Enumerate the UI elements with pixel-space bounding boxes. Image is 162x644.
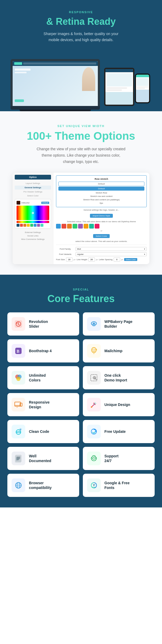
mockup-content: Row stretch Default Default Stretch Row … — [53, 173, 149, 264]
demo-import-label: One clickDemo Import — [104, 373, 127, 382]
svg-point-9 — [93, 350, 93, 350]
mailchimp-label: Mailchimp — [104, 348, 122, 353]
demo-import-icon — [87, 371, 101, 385]
feature-wpbakery: WPBakery PageBuilder — [83, 312, 155, 336]
hero-section: RESPONSIVE & Retina Ready Sharper images… — [0, 0, 162, 111]
theme-section: SET UNIQUE VIEW WIDTH 100+ Theme Options… — [0, 111, 162, 275]
theme-sub-label: SET UNIQUE VIEW WIDTH — [8, 124, 154, 128]
wpbakery-label: WPBakery PageBuilder — [104, 319, 133, 329]
bootstrap-icon: B — [12, 344, 25, 358]
mockup-logo: Optico — [15, 175, 51, 180]
theme-title: 100+ Theme Options — [8, 130, 154, 142]
features-sub-label: SPECIAL — [7, 288, 155, 291]
responsive-label: ResponsiveDesign — [29, 400, 50, 409]
features-title-part2: Features — [73, 293, 114, 304]
responsive-icon — [12, 398, 25, 411]
feature-demo-import: One clickDemo Import — [83, 366, 155, 389]
feature-revolution-slider: RevolutionSlider — [7, 312, 79, 336]
theme-title-part2: Options — [93, 130, 135, 142]
tablet-mockup — [104, 68, 134, 106]
svg-line-23 — [18, 431, 19, 433]
unlimited-colors-icon — [12, 371, 25, 385]
wpbakery-icon — [87, 317, 101, 331]
clean-code-icon — [12, 425, 25, 438]
feature-google-fonts: T f Google & FreeFonts — [83, 474, 155, 497]
phone-mockup — [135, 74, 150, 103]
svg-text:f: f — [94, 484, 95, 486]
mockup-menu-item3: Select Color — [15, 194, 51, 197]
theme-title-part1: 100+ Theme — [27, 130, 93, 142]
feature-unlimited-colors: UnlimitedColors — [7, 366, 79, 389]
bootstrap-label: Boothstrap 4 — [29, 348, 52, 353]
features-section: SPECIAL Core Features RevolutionSlider — [0, 275, 162, 507]
unlimited-colors-label: UnlimitedColors — [29, 373, 46, 382]
feature-browser-compat: Browsercompatibility — [7, 474, 79, 497]
well-documented-label: WellDocumented — [29, 454, 51, 463]
hero-description: Sharper images & fonts, better quality o… — [39, 31, 123, 43]
mockup-menu-item-active: General Settings — [15, 186, 51, 190]
svg-point-13 — [16, 377, 21, 381]
browser-compat-icon — [12, 478, 25, 492]
feature-well-documented: WellDocumented — [7, 447, 79, 470]
svg-point-21 — [91, 406, 92, 408]
google-fonts-icon: T f — [87, 478, 101, 492]
features-title-part1: Core — [47, 293, 73, 304]
mockup-menu-item: Layout Settings — [15, 182, 51, 185]
svg-rect-32 — [15, 456, 21, 463]
color-picker: #391202 Default — [15, 199, 51, 229]
features-grid: RevolutionSlider WPBakery PageBuilder — [7, 312, 155, 497]
google-fonts-label: Google & FreeFonts — [104, 481, 130, 490]
feature-clean-code: Clean Code — [7, 420, 79, 443]
unique-design-label: Unique Design — [104, 402, 130, 407]
feature-mailchimp: Mailchimp — [83, 339, 155, 362]
svg-point-4 — [93, 323, 95, 324]
theme-description: Change the view of your site with our sp… — [36, 146, 126, 165]
mockup-sidebar: Optico Layout Settings General Settings … — [13, 173, 53, 264]
devices-mockup — [8, 48, 154, 111]
clean-code-label: Clean Code — [29, 429, 49, 434]
browser-compat-label: Browsercompatibility — [29, 481, 52, 490]
hero-sub-label: RESPONSIVE — [8, 11, 154, 14]
feature-responsive: ResponsiveDesign — [7, 393, 79, 416]
feature-bootstrap: B Boothstrap 4 — [7, 339, 79, 362]
hero-title-part2: Ready — [87, 16, 116, 27]
unique-design-icon — [87, 398, 101, 411]
support-icon — [87, 452, 101, 465]
free-update-icon — [87, 425, 101, 438]
support-label: Support24/7 — [104, 454, 119, 463]
feature-free-update: Free Update — [83, 420, 155, 443]
svg-text:B: B — [17, 349, 19, 354]
hero-title: & Retina Ready — [8, 16, 154, 27]
laptop-mockup — [11, 59, 100, 111]
mockup-menu-item2: Pre Header Settings — [15, 190, 51, 193]
revolution-slider-label: RevolutionSlider — [29, 319, 48, 329]
hero-title-part1: & Retina — [46, 16, 87, 27]
well-documented-icon — [12, 452, 25, 465]
svg-point-10 — [95, 350, 95, 350]
theme-options-mockup: Optico Layout Settings General Settings … — [13, 173, 149, 264]
feature-support: Support24/7 — [83, 447, 155, 470]
feature-unique-design: Unique Design — [83, 393, 155, 416]
mailchimp-icon — [87, 344, 101, 358]
features-title: Core Features — [7, 293, 155, 304]
revolution-slider-icon — [12, 317, 25, 331]
free-update-label: Free Update — [104, 429, 126, 434]
